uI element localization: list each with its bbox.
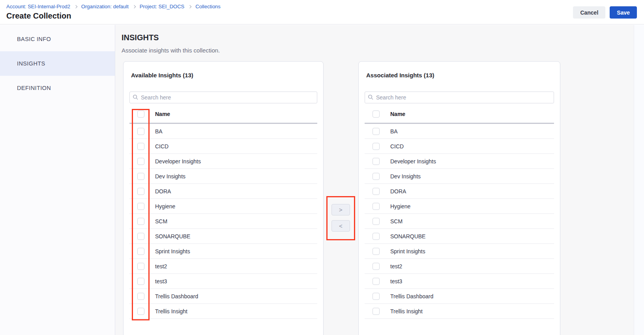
table-row: Dev Insights [365, 169, 554, 184]
table-row: Hygiene [129, 199, 317, 214]
available-search-input[interactable] [129, 92, 317, 103]
row-checkbox[interactable] [137, 308, 144, 315]
table-row: SCM [129, 214, 317, 229]
row-name: Trellis Dashboard [390, 293, 433, 299]
row-name: Hygiene [155, 203, 175, 210]
table-row: Trellis Insight [365, 304, 554, 319]
table-row: Dev Insights [129, 169, 317, 184]
row-checkbox[interactable] [373, 308, 380, 315]
available-search [129, 92, 317, 103]
row-name: Hygiene [390, 203, 410, 210]
name-column-header: Name [155, 111, 170, 117]
sidebar: BASIC INFO INSIGHTS DEFINITION [0, 25, 115, 335]
associated-table-body: BACICDDeveloper InsightsDev InsightsDORA… [365, 124, 554, 319]
table-row: SONARQUBE [365, 229, 554, 244]
table-row: Developer Insights [129, 154, 317, 169]
row-name: DORA [155, 188, 171, 195]
move-right-button[interactable]: > [331, 204, 350, 215]
page-scrollbar[interactable] [634, 25, 644, 335]
available-table-body: BACICDDeveloper InsightsDev InsightsDORA… [129, 124, 317, 319]
row-checkbox[interactable] [373, 263, 380, 270]
move-left-button[interactable]: < [331, 220, 350, 232]
section-title: INSIGHTS [122, 33, 159, 42]
chevron-right-icon [133, 5, 136, 8]
breadcrumb-project[interactable]: Project: SEI_DOCS [140, 4, 184, 9]
section-subtitle: Associate insights with this collection. [122, 47, 220, 54]
row-name: Dev Insights [390, 173, 421, 180]
row-checkbox[interactable] [373, 233, 380, 240]
row-name: Sprint Insights [390, 248, 425, 255]
table-row: SCM [365, 214, 554, 229]
sidebar-item-insights[interactable]: INSIGHTS [0, 51, 115, 76]
header-actions: Cancel Save [573, 6, 637, 19]
available-insights-title: Available Insights (13) [131, 72, 316, 79]
row-name: Developer Insights [155, 158, 201, 165]
associated-search [365, 92, 554, 103]
row-checkbox[interactable] [373, 293, 380, 300]
table-row: test3 [365, 274, 554, 289]
table-row: test2 [129, 259, 317, 274]
row-checkbox[interactable] [137, 233, 144, 240]
associated-insights-title: Associated Insights (13) [366, 72, 552, 79]
table-row: Hygiene [365, 199, 554, 214]
row-checkbox[interactable] [137, 263, 144, 270]
row-checkbox[interactable] [137, 158, 144, 165]
row-checkbox[interactable] [137, 143, 144, 150]
select-all-checkbox[interactable] [137, 110, 144, 118]
row-name: Developer Insights [390, 158, 436, 165]
row-checkbox[interactable] [137, 203, 144, 210]
row-name: Trellis Insight [390, 308, 423, 314]
breadcrumb-collections[interactable]: Collections [195, 4, 221, 9]
row-name: test2 [390, 263, 402, 269]
row-name: Dev Insights [155, 173, 185, 180]
table-row: CICD [365, 139, 554, 154]
row-checkbox[interactable] [137, 173, 144, 180]
row-name: Trellis Dashboard [155, 293, 198, 299]
table-row: DORA [129, 184, 317, 199]
table-row: DORA [365, 184, 554, 199]
row-name: SONARQUBE [155, 233, 190, 240]
associated-table-header: Name [365, 105, 554, 124]
chevron-right-icon [188, 5, 191, 8]
row-checkbox[interactable] [373, 278, 380, 285]
breadcrumb-organization[interactable]: Organization: default [81, 4, 129, 9]
save-button[interactable]: Save [610, 6, 637, 19]
row-name: BA [390, 128, 398, 135]
table-row: SONARQUBE [129, 229, 317, 244]
row-checkbox[interactable] [137, 293, 144, 300]
row-name: DORA [390, 188, 406, 195]
row-checkbox[interactable] [137, 248, 144, 255]
table-row: Developer Insights [365, 154, 554, 169]
row-checkbox[interactable] [373, 188, 380, 195]
sidebar-item-basic-info[interactable]: BASIC INFO [0, 27, 115, 51]
row-checkbox[interactable] [137, 218, 144, 225]
row-name: CICD [155, 143, 168, 150]
breadcrumb-account[interactable]: Account: SEI-Internal-Prod2 [6, 4, 70, 9]
row-checkbox[interactable] [373, 173, 380, 180]
row-checkbox[interactable] [373, 218, 380, 225]
row-checkbox[interactable] [373, 203, 380, 210]
select-all-checkbox[interactable] [373, 110, 380, 118]
row-checkbox[interactable] [137, 128, 144, 135]
chevron-right-icon [74, 5, 77, 8]
row-name: test3 [390, 278, 402, 284]
row-checkbox[interactable] [137, 188, 144, 195]
row-checkbox[interactable] [373, 143, 380, 150]
table-row: BA [365, 124, 554, 139]
breadcrumb: Account: SEI-Internal-Prod2 Organization… [6, 4, 221, 9]
table-row: Trellis Insight [129, 304, 317, 319]
row-name: SCM [390, 218, 402, 225]
sidebar-item-definition[interactable]: DEFINITION [0, 76, 115, 100]
associated-search-input[interactable] [365, 92, 554, 103]
row-checkbox[interactable] [373, 248, 380, 255]
row-name: Trellis Insight [155, 308, 187, 314]
available-insights-panel: Available Insights (13) Name BACICDDevel… [123, 61, 324, 335]
table-row: test2 [365, 259, 554, 274]
row-checkbox[interactable] [373, 128, 380, 135]
row-checkbox[interactable] [373, 158, 380, 165]
row-name: SCM [155, 218, 167, 225]
row-checkbox[interactable] [137, 278, 144, 285]
cancel-button[interactable]: Cancel [573, 6, 605, 19]
table-row: CICD [129, 139, 317, 154]
available-table-header: Name [129, 105, 317, 124]
